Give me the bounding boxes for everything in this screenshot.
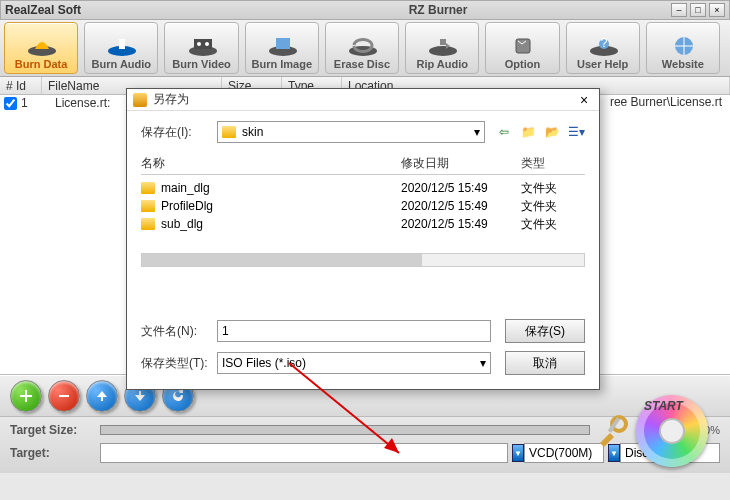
toolbar-label: Burn Audio bbox=[92, 58, 151, 70]
col-type[interactable]: 类型 bbox=[521, 155, 585, 172]
toolbar-rip-audio[interactable]: Rip Audio bbox=[405, 22, 479, 74]
toolbar-label: User Help bbox=[577, 58, 628, 70]
maximize-button[interactable]: □ bbox=[690, 3, 706, 17]
folder-icon bbox=[141, 200, 155, 212]
svg-text:?: ? bbox=[600, 36, 607, 50]
media-select[interactable]: VCD(700M) bbox=[524, 443, 604, 463]
row-checkbox[interactable] bbox=[4, 97, 17, 110]
target-size-label: Target Size: bbox=[10, 423, 100, 437]
toolbar-icon bbox=[186, 34, 218, 58]
toolbar-icon: ? bbox=[587, 34, 619, 58]
folder-row[interactable]: ProfileDlg2020/12/5 15:49文件夹 bbox=[141, 197, 585, 215]
filename-input[interactable] bbox=[217, 320, 491, 342]
minimize-button[interactable]: – bbox=[671, 3, 687, 17]
toolbar-label: Burn Image bbox=[252, 58, 313, 70]
savetype-select[interactable]: ISO Files (*.iso) ▾ bbox=[217, 352, 491, 374]
svg-point-6 bbox=[205, 42, 209, 46]
folder-row[interactable]: sub_dlg2020/12/5 15:49文件夹 bbox=[141, 215, 585, 233]
media-value: VCD(700M) bbox=[529, 446, 592, 460]
brand-label: RealZeal Soft bbox=[5, 3, 205, 17]
toolbar-burn-image[interactable]: Burn Image bbox=[245, 22, 319, 74]
toolbar-option[interactable]: Option bbox=[485, 22, 559, 74]
view-menu-icon[interactable]: ☰▾ bbox=[567, 123, 585, 141]
savetype-label: 保存类型(T): bbox=[141, 355, 217, 372]
close-button[interactable]: × bbox=[709, 3, 725, 17]
file-browser: 名称 修改日期 类型 main_dlg2020/12/5 15:49文件夹Pro… bbox=[141, 155, 585, 313]
toolbar-icon bbox=[25, 34, 57, 58]
toolbar-icon bbox=[105, 34, 137, 58]
toolbar-label: Burn Video bbox=[172, 58, 230, 70]
toolbar-burn-audio[interactable]: Burn Audio bbox=[84, 22, 158, 74]
target-dropdown[interactable]: ▼ bbox=[512, 444, 524, 462]
svg-rect-2 bbox=[119, 39, 125, 49]
chevron-down-icon: ▾ bbox=[480, 356, 486, 370]
up-folder-icon[interactable]: 📁 bbox=[519, 123, 537, 141]
cancel-button[interactable]: 取消 bbox=[505, 351, 585, 375]
toolbar-burn-data[interactable]: Burn Data bbox=[4, 22, 78, 74]
start-area: START bbox=[594, 391, 724, 471]
start-button[interactable]: START bbox=[636, 395, 708, 467]
folder-icon bbox=[141, 182, 155, 194]
save-button[interactable]: 保存(S) bbox=[505, 319, 585, 343]
toolbar-erase-disc[interactable]: Erase Disc bbox=[325, 22, 399, 74]
toolbar-icon bbox=[506, 34, 538, 58]
title-bar: RealZeal Soft RZ Burner – □ × bbox=[0, 0, 730, 20]
save-in-select[interactable]: skin ▾ bbox=[217, 121, 485, 143]
target-input[interactable] bbox=[100, 443, 508, 463]
size-progress bbox=[100, 425, 590, 435]
dialog-title: 另存为 bbox=[153, 91, 575, 108]
filename-label: 文件名(N): bbox=[141, 323, 217, 340]
add-button[interactable] bbox=[10, 380, 42, 412]
new-folder-icon[interactable]: 📂 bbox=[543, 123, 561, 141]
start-text: START bbox=[644, 399, 683, 413]
tools-icon[interactable] bbox=[594, 413, 630, 449]
up-button[interactable] bbox=[86, 380, 118, 412]
horizontal-scrollbar[interactable] bbox=[141, 253, 585, 267]
toolbar-label: Option bbox=[505, 58, 540, 70]
toolbar-icon bbox=[346, 34, 378, 58]
toolbar-website[interactable]: Website bbox=[646, 22, 720, 74]
dialog-titlebar: 另存为 × bbox=[127, 89, 599, 111]
toolbar-label: Website bbox=[662, 58, 704, 70]
save-in-label: 保存在(I): bbox=[141, 124, 217, 141]
remove-button[interactable] bbox=[48, 380, 80, 412]
folder-icon bbox=[222, 126, 236, 138]
row-location: ree Burner\License.rt bbox=[610, 95, 722, 109]
toolbar-label: Erase Disc bbox=[334, 58, 390, 70]
bottom-panel: Target Size: 0.06M/700M 0% Target: ▼ VCD… bbox=[0, 417, 730, 473]
save-as-dialog: 另存为 × 保存在(I): skin ▾ ⇦ 📁 📂 ☰▾ 名称 修改日期 类型… bbox=[126, 88, 600, 390]
dialog-close-button[interactable]: × bbox=[575, 92, 593, 108]
svg-rect-17 bbox=[59, 395, 69, 397]
window-title: RZ Burner bbox=[205, 3, 671, 17]
folder-icon bbox=[141, 218, 155, 230]
row-filename: License.rt: bbox=[55, 96, 110, 110]
folder-row[interactable]: main_dlg2020/12/5 15:49文件夹 bbox=[141, 179, 585, 197]
svg-point-10 bbox=[429, 46, 457, 56]
dialog-icon bbox=[133, 93, 147, 107]
back-icon[interactable]: ⇦ bbox=[495, 123, 513, 141]
toolbar-icon bbox=[667, 34, 699, 58]
toolbar-icon bbox=[266, 34, 298, 58]
svg-rect-8 bbox=[276, 38, 290, 49]
target-label: Target: bbox=[10, 446, 100, 460]
toolbar-burn-video[interactable]: Burn Video bbox=[164, 22, 238, 74]
svg-rect-4 bbox=[194, 39, 212, 49]
row-id: 1 bbox=[21, 96, 35, 110]
chevron-down-icon: ▾ bbox=[474, 125, 480, 139]
svg-point-5 bbox=[197, 42, 201, 46]
toolbar-label: Rip Audio bbox=[416, 58, 468, 70]
col-name[interactable]: 名称 bbox=[141, 155, 401, 172]
col-date[interactable]: 修改日期 bbox=[401, 155, 521, 172]
col-id[interactable]: # Id bbox=[0, 77, 42, 94]
toolbar-label: Burn Data bbox=[15, 58, 68, 70]
toolbar-user-help[interactable]: ?User Help bbox=[566, 22, 640, 74]
main-toolbar: Burn DataBurn AudioBurn VideoBurn ImageE… bbox=[0, 20, 730, 77]
toolbar-icon bbox=[426, 34, 458, 58]
